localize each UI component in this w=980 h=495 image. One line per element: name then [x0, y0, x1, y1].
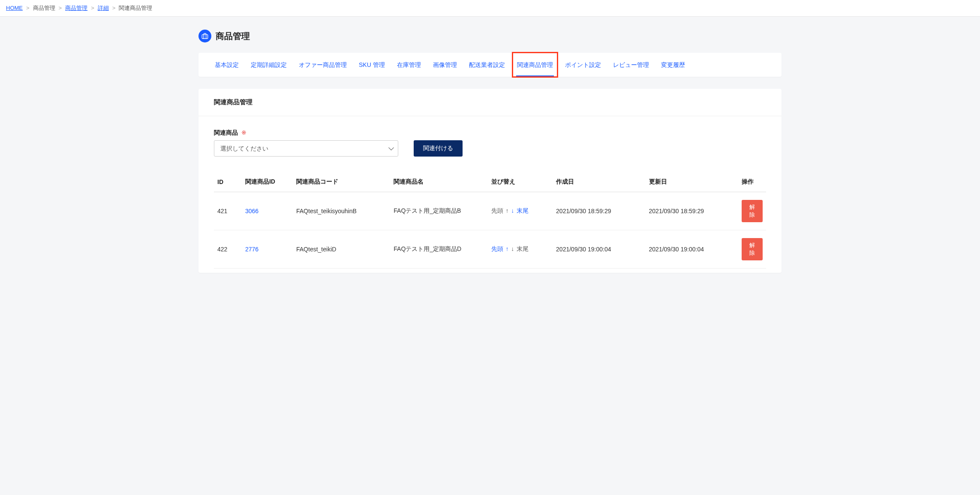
sort-down-icon: ↓: [511, 245, 514, 252]
tab-基本設定[interactable]: 基本設定: [214, 53, 240, 77]
breadcrumb-link[interactable]: HOME: [6, 5, 23, 11]
cell-id: 421: [214, 192, 242, 230]
th-sort: 並び替え: [488, 172, 553, 192]
svg-rect-0: [202, 35, 207, 39]
th-id: ID: [214, 172, 242, 192]
related-product-select-wrap: 選択してください: [214, 140, 398, 157]
tabs: 基本設定定期詳細設定オファー商品管理SKU 管理在庫管理画像管理配送業者設定関連…: [214, 53, 766, 77]
related-products-table: ID 関連商品ID 関連商品コード 関連商品名 並び替え 作成日 更新日 操作 …: [214, 172, 766, 269]
table-row: 4222776FAQtest_teikiDFAQテスト用_定期商品D先頭 ↑ ↓…: [214, 230, 766, 269]
cell-related-id: 2776: [242, 230, 293, 269]
cell-related-code: FAQtest_teikiD: [293, 230, 390, 269]
tab-ポイント設定[interactable]: ポイント設定: [564, 53, 602, 77]
section-card: 関連商品管理 関連商品 ※ 選択してください 関連付ける ID 関連商品ID: [198, 89, 782, 273]
breadcrumb: HOME>商品管理>商品管理>詳細>関連商品管理: [0, 0, 980, 17]
table-row: 4213066FAQtest_teikisyouhinBFAQテスト用_定期商品…: [214, 192, 766, 230]
page-title-row: 商品管理: [198, 30, 782, 42]
sort-first[interactable]: 先頭: [491, 245, 503, 252]
breadcrumb-text: 関連商品管理: [119, 5, 152, 11]
cell-related-code: FAQtest_teikisyouhinB: [293, 192, 390, 230]
breadcrumb-separator: >: [59, 5, 62, 11]
cell-sort: 先頭 ↑ ↓ 末尾: [488, 192, 553, 230]
delete-button[interactable]: 解除: [742, 200, 763, 222]
tab-オファー商品管理[interactable]: オファー商品管理: [298, 53, 348, 77]
breadcrumb-link[interactable]: 商品管理: [65, 5, 87, 11]
breadcrumb-link[interactable]: 詳細: [98, 5, 109, 11]
sort-first: 先頭: [491, 207, 503, 214]
cell-created: 2021/09/30 19:00:04: [553, 230, 645, 269]
th-created: 作成日: [553, 172, 645, 192]
breadcrumb-separator: >: [91, 5, 94, 11]
breadcrumb-separator: >: [26, 5, 30, 11]
th-op: 操作: [738, 172, 766, 192]
tab-SKU 管理[interactable]: SKU 管理: [358, 53, 386, 77]
cell-related-name: FAQテスト用_定期商品D: [390, 230, 487, 269]
cell-related-id: 3066: [242, 192, 293, 230]
cell-id: 422: [214, 230, 242, 269]
breadcrumb-text: 商品管理: [33, 5, 55, 11]
sort-last: 末尾: [517, 245, 529, 252]
sort-up-icon[interactable]: ↑: [505, 245, 508, 252]
section-title: 関連商品管理: [198, 89, 782, 116]
tab-定期詳細設定[interactable]: 定期詳細設定: [250, 53, 288, 77]
cell-op: 解除: [738, 230, 766, 269]
cell-related-name: FAQテスト用_定期商品B: [390, 192, 487, 230]
sort-up-icon: ↑: [505, 207, 508, 214]
sort-last[interactable]: 末尾: [517, 207, 529, 214]
cell-op: 解除: [738, 192, 766, 230]
cell-created: 2021/09/30 18:59:29: [553, 192, 645, 230]
delete-button[interactable]: 解除: [742, 238, 763, 260]
sort-down-icon[interactable]: ↓: [511, 207, 514, 214]
related-id-link[interactable]: 2776: [245, 246, 259, 253]
tab-配送業者設定[interactable]: 配送業者設定: [468, 53, 506, 77]
th-updated: 更新日: [646, 172, 738, 192]
related-product-label: 関連商品: [214, 129, 238, 136]
related-product-select[interactable]: 選択してください: [214, 140, 398, 157]
tabs-card: 基本設定定期詳細設定オファー商品管理SKU 管理在庫管理画像管理配送業者設定関連…: [198, 53, 782, 77]
associate-button[interactable]: 関連付ける: [414, 140, 463, 157]
field-label-row: 関連商品 ※: [214, 129, 766, 137]
th-related-name: 関連商品名: [390, 172, 487, 192]
cell-updated: 2021/09/30 19:00:04: [646, 230, 738, 269]
tab-在庫管理[interactable]: 在庫管理: [396, 53, 422, 77]
page-title: 商品管理: [216, 30, 250, 42]
tab-関連商品管理[interactable]: 関連商品管理: [516, 53, 554, 77]
th-related-id: 関連商品ID: [242, 172, 293, 192]
tab-画像管理[interactable]: 画像管理: [432, 53, 458, 77]
required-mark: ※: [241, 129, 247, 136]
cell-sort: 先頭 ↑ ↓ 末尾: [488, 230, 553, 269]
breadcrumb-separator: >: [112, 5, 116, 11]
related-id-link[interactable]: 3066: [245, 208, 259, 214]
cell-updated: 2021/09/30 18:59:29: [646, 192, 738, 230]
tab-変更履歴[interactable]: 変更履歴: [660, 53, 686, 77]
briefcase-icon: [198, 30, 211, 42]
tab-レビュー管理[interactable]: レビュー管理: [612, 53, 650, 77]
th-related-code: 関連商品コード: [293, 172, 390, 192]
